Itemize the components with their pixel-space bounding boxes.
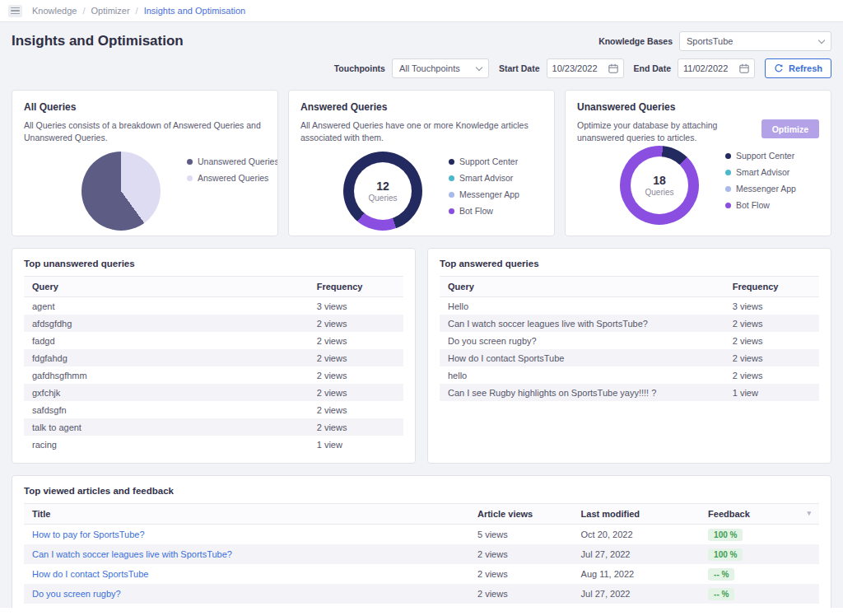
frequency-cell: 2 views xyxy=(724,315,819,332)
feedback-cell: -- % xyxy=(700,564,819,584)
legend-item: Smart Advisor xyxy=(449,173,519,183)
chart-legend: Unanswered Queries Answered Queries xyxy=(187,156,278,183)
frequency-cell: 2 views xyxy=(724,349,819,366)
table-row: Can I watch soccer leagues live with Spo… xyxy=(440,315,819,332)
legend-item: Bot Flow xyxy=(725,200,796,210)
table-row: afdsgfdhg 2 views xyxy=(24,315,403,332)
legend-item: Messenger App xyxy=(725,184,796,194)
article-views-cell: 5 views xyxy=(469,525,573,545)
unanswered-queries-table: Query Frequency agent 3 views afdsgfdhg xyxy=(24,276,403,453)
query-cell: fadgd xyxy=(24,332,309,349)
summary-cards-row: All Queries All Queries consists of a br… xyxy=(12,90,831,236)
table-row: How to pay for SportsTube? 5 views Oct 2… xyxy=(24,525,819,545)
article-title-link[interactable]: How to pay for SportsTube? xyxy=(32,530,145,539)
start-date-label: Start Date xyxy=(499,63,540,73)
end-date-value: 11/02/2022 xyxy=(683,63,728,73)
donut-center: 12 Queries xyxy=(354,162,412,220)
answered-queries-card: Answered Queries All Answered Queries ha… xyxy=(288,90,555,236)
chart-legend: Support Center Smart Advisor Messenger A… xyxy=(449,156,519,216)
query-cell: Hello xyxy=(440,297,724,315)
article-title-link[interactable]: Can I watch soccer leagues live with Spo… xyxy=(32,549,232,559)
article-title-cell: How do I contact SportsTube xyxy=(24,564,469,584)
unanswered-queries-donut-chart: 18 Queries xyxy=(620,146,699,225)
last-modified-cell: Jul 27, 2022 xyxy=(573,544,701,564)
query-cell: racing xyxy=(24,436,309,453)
knowledge-bases-select[interactable]: SportsTube xyxy=(679,31,831,51)
refresh-label: Refresh xyxy=(789,63,822,73)
legend-dot xyxy=(449,208,454,214)
legend-dot xyxy=(449,175,454,181)
chart-area: 18 Queries Support Center Smart xyxy=(577,146,819,225)
article-title-cell: Do you screen rugby? xyxy=(24,584,469,604)
chart-legend: Support Center Smart Advisor Messenger A… xyxy=(725,151,796,210)
legend-label: Bot Flow xyxy=(736,200,770,210)
legend-label: Support Center xyxy=(736,151,794,161)
query-cell: Can I watch soccer leagues live with Spo… xyxy=(440,315,724,332)
legend-label: Messenger App xyxy=(736,184,796,194)
touchpoints-label: Touchpoints xyxy=(334,63,385,73)
legend-dot xyxy=(449,192,454,198)
table-title: Top answered queries xyxy=(440,259,819,268)
card-title: Answered Queries xyxy=(300,101,543,113)
knowledge-bases-group: Knowledge Bases SportsTube xyxy=(598,31,831,51)
feedback-badge: 100 % xyxy=(708,529,743,541)
breadcrumb-optimizer[interactable]: Optimizer xyxy=(91,6,130,16)
end-date-label: End Date xyxy=(634,63,672,73)
page-title: Insights and Optimisation xyxy=(12,33,184,49)
breadcrumb-knowledge[interactable]: Knowledge xyxy=(32,6,77,16)
calendar-icon xyxy=(739,63,749,73)
feedback-header-label: Feedback xyxy=(708,509,750,519)
touchpoints-value: All Touchpoints xyxy=(399,63,460,73)
table-header-row: Query Frequency xyxy=(24,277,403,297)
menu-icon[interactable] xyxy=(8,5,22,17)
column-header-query: Query xyxy=(440,277,724,297)
card-description: All Queries consists of a breakdown of A… xyxy=(24,119,266,144)
article-title-cell: How to pay for SportsTube? xyxy=(24,525,469,545)
refresh-icon xyxy=(774,63,784,73)
legend-item: Answered Queries xyxy=(187,173,278,183)
sort-icon[interactable]: ▾ xyxy=(807,509,811,517)
article-views-cell: 2 views xyxy=(469,584,573,604)
legend-label: Unanswered Queries xyxy=(198,156,278,166)
table-row: fdgfahdg 2 views xyxy=(24,349,403,366)
frequency-cell: 2 views xyxy=(309,349,403,366)
start-date-input[interactable]: 10/23/2022 xyxy=(547,58,624,78)
refresh-button[interactable]: Refresh xyxy=(765,58,831,78)
article-title-link[interactable]: Do you screen rugby? xyxy=(32,589,121,599)
top-bar: Knowledge / Optimizer / Insights and Opt… xyxy=(0,0,843,22)
table-title: Top viewed articles and feedback xyxy=(24,486,819,496)
legend-label: Answered Queries xyxy=(198,173,268,183)
touchpoints-select[interactable]: All Touchpoints xyxy=(392,58,489,78)
query-cell: safdsgfn xyxy=(24,401,309,418)
feedback-cell: 100 % xyxy=(700,525,819,545)
frequency-cell: 1 view xyxy=(309,436,403,453)
query-cell: talk to agent xyxy=(24,418,309,436)
article-title-link[interactable]: How do I contact SportsTube xyxy=(32,569,148,579)
table-row: How do I contact SportsTube 2 views Aug … xyxy=(24,564,819,584)
optimize-button[interactable]: Optimize xyxy=(761,119,819,138)
frequency-cell: 2 views xyxy=(309,332,403,349)
top-answered-queries-card: Top answered queries Query Frequency Hel… xyxy=(427,248,831,464)
legend-item: Unanswered Queries xyxy=(187,156,278,166)
knowledge-bases-label: Knowledge Bases xyxy=(598,36,673,46)
top-unanswered-queries-card: Top unanswered queries Query Frequency a… xyxy=(12,248,416,464)
table-row: gafdhsgfhmm 2 views xyxy=(24,366,403,384)
donut-value: 18 xyxy=(653,175,666,187)
donut-center: 18 Queries xyxy=(631,156,688,214)
end-date-input[interactable]: 11/02/2022 xyxy=(678,58,755,78)
table-row: Hello 3 views xyxy=(440,297,819,315)
frequency-cell: 3 views xyxy=(724,297,819,315)
table-row: How do I contact SportsTube 2 views xyxy=(440,349,819,366)
legend-dot xyxy=(725,186,731,192)
breadcrumb-insights[interactable]: Insights and Optimisation xyxy=(144,6,246,16)
last-modified-cell: Aug 11, 2022 xyxy=(573,564,701,584)
chevron-down-icon xyxy=(476,63,482,70)
donut-label: Queries xyxy=(645,188,673,197)
table-row: Do you screen rugby? 2 views xyxy=(440,332,819,349)
column-header-last-modified: Last modified xyxy=(573,504,701,525)
legend-dot xyxy=(187,159,193,165)
chart-area: Unanswered Queries Answered Queries xyxy=(24,152,266,231)
query-cell: Can I see Rugby highlights on SportsTube… xyxy=(440,384,724,401)
table-row: Can I watch soccer leagues live with Spo… xyxy=(24,544,819,564)
query-cell: hello xyxy=(440,366,724,384)
